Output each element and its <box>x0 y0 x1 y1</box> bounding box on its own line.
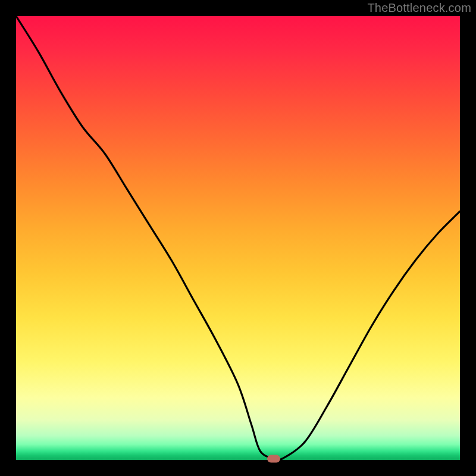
optimum-marker <box>267 455 280 462</box>
bottleneck-curve <box>16 16 460 460</box>
plot-area <box>16 16 460 460</box>
watermark-text: TheBottleneck.com <box>367 1 471 15</box>
chart-frame: TheBottleneck.com <box>0 0 476 476</box>
